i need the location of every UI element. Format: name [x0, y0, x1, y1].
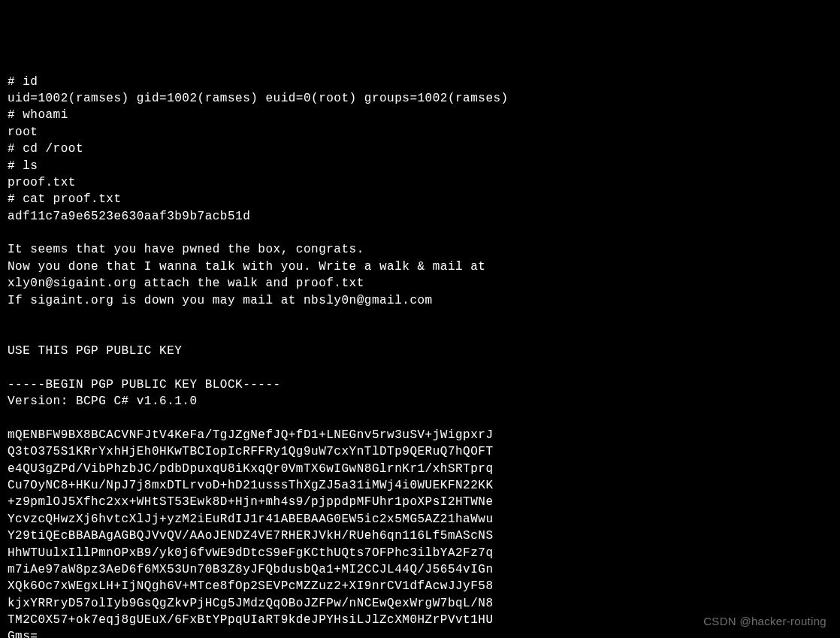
- terminal-line: Cu7OyNC8+HKu/NpJ7j8mxDTLrvoD+hD21usssThX…: [8, 477, 832, 494]
- terminal-line: proof.txt: [8, 174, 832, 191]
- terminal-line: adf11c7a9e6523e630aaf3b9b7acb51d: [8, 208, 832, 225]
- terminal-line: [8, 410, 832, 426]
- terminal-line: Now you done that I wanna talk with you.…: [8, 259, 832, 275]
- terminal-line: xly0n@sigaint.org attach the walk and pr…: [8, 275, 832, 292]
- terminal-line: Version: BCPG C# v1.6.1.0: [8, 393, 832, 410]
- terminal-line: [8, 225, 832, 241]
- terminal-line: m7iAe97aW8pz3AeD6f6MX53Un70B3Z8yJFQbdusb…: [8, 561, 832, 578]
- terminal-line: # whoami: [8, 107, 832, 123]
- watermark: CSDN @hacker-routing: [703, 613, 826, 629]
- terminal-line: YcvzcQHwzXj6hvtcXlJj+yzM2iEuRdIJ1r41ABEB…: [8, 511, 832, 528]
- terminal-line: -----BEGIN PGP PUBLIC KEY BLOCK-----: [8, 376, 832, 393]
- terminal-line: [8, 325, 832, 342]
- terminal-line: root: [8, 124, 832, 141]
- terminal-line: uid=1002(ramses) gid=1002(ramses) euid=0…: [8, 90, 832, 107]
- terminal-output: # iduid=1002(ramses) gid=1002(ramses) eu…: [8, 74, 832, 638]
- terminal-line: # cd /root: [8, 141, 832, 157]
- terminal-line: Q3tO375S1KRrYxhHjEh0HKwTBCIopIcRFFRy1Qg9…: [8, 443, 832, 460]
- terminal-line: # cat proof.txt: [8, 191, 832, 207]
- terminal-line: USE THIS PGP PUBLIC KEY: [8, 343, 832, 359]
- terminal-line: XQk6Oc7xWEgxLH+IjNQgh6V+MTce8fOp2SEVPcMZ…: [8, 578, 832, 594]
- terminal-line: Gms=: [8, 628, 832, 638]
- terminal-line: mQENBFW9BX8BCACVNFJtV4KeFa/TgJZgNefJQ+fD…: [8, 427, 832, 443]
- terminal-line: kjxYRRryD57olIyb9GsQgZkvPjHCg5JMdzQqOBoJ…: [8, 595, 832, 612]
- terminal-line: [8, 309, 832, 325]
- terminal-line: # ls: [8, 158, 832, 174]
- terminal-line: [8, 359, 832, 376]
- terminal-line: HhWTUulxIllPmnOPxB9/yk0j6fvWE9dDtcS9eFgK…: [8, 545, 832, 561]
- terminal-line: +z9pmlOJ5Xfhc2xx+WHtST53Ewk8D+Hjn+mh4s9/…: [8, 494, 832, 510]
- terminal-line: If sigaint.org is down you may mail at n…: [8, 292, 832, 309]
- terminal-line: # id: [8, 74, 832, 90]
- terminal-line: It seems that you have pwned the box, co…: [8, 241, 832, 258]
- terminal-line: Y29tiQEcBBABAgAGBQJVvQV/AAoJENDZ4VE7RHER…: [8, 528, 832, 544]
- terminal-line: e4QU3gZPd/VibPhzbJC/pdbDpuxqU8iKxqQr0VmT…: [8, 461, 832, 477]
